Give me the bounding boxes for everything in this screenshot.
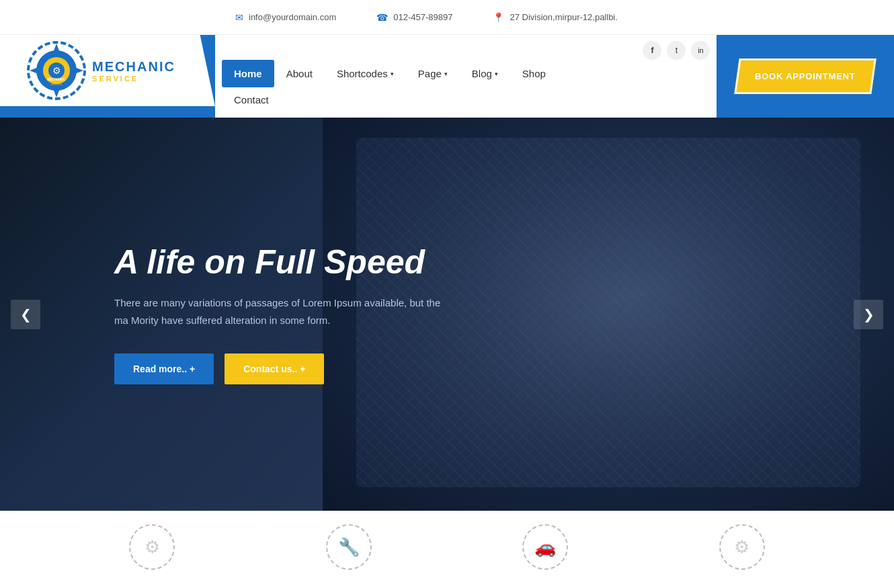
hero-section: ❮ A life on Full Speed There are many va… <box>0 118 894 511</box>
phone-icon: ☎ <box>376 12 388 23</box>
svg-marker-3 <box>53 89 60 97</box>
nav-item-page[interactable]: Page ▾ <box>406 60 460 87</box>
location-icon: 📍 <box>493 12 504 23</box>
nav-item-contact[interactable]: Contact <box>222 89 281 111</box>
book-appointment-button[interactable]: BOOK APPOINTMENT <box>735 58 877 94</box>
carousel-prev-button[interactable]: ❮ <box>11 300 40 329</box>
location-contact: 📍 27 Division,mirpur-12,pallbi. <box>493 12 617 23</box>
logo-title: MECHANIC <box>92 59 175 75</box>
nav-area: f t in Home About Shortcodes ▾ Page ▾ Bl… <box>215 35 717 118</box>
page-chevron: ▾ <box>444 71 448 77</box>
logo-text: MECHANIC SERVICE <box>92 59 175 83</box>
book-btn-container: BOOK APPOINTMENT <box>717 35 894 118</box>
second-nav-row: Contact <box>222 89 717 118</box>
nav-item-shop[interactable]: Shop <box>510 60 558 87</box>
hero-title: A life on Full Speed <box>114 244 444 281</box>
logo-subtitle: SERVICE <box>92 75 175 83</box>
bottom-section: ⚙ 🔧 🚗 ⚙ <box>0 511 894 583</box>
icon-circle-2: 🔧 <box>326 524 372 570</box>
contact-bar: ✉ info@yourdomain.com ☎ 012-457-89897 📍 … <box>229 12 894 23</box>
svg-marker-4 <box>30 67 38 74</box>
svg-text:⚙: ⚙ <box>52 65 61 76</box>
hero-buttons: Read more.. + Contact us.. + <box>114 353 444 384</box>
main-header: MECHANIC SERVICE ⚙ MECHANIC SERVICE f t … <box>0 35 894 118</box>
icon-circle-1: ⚙ <box>129 524 175 570</box>
hero-subtitle: There are many variations of passages of… <box>114 294 444 330</box>
instagram-icon[interactable]: in <box>691 41 710 60</box>
carousel-next-button[interactable]: ❯ <box>854 300 883 329</box>
svg-text:SERVICE: SERVICE <box>50 83 63 86</box>
nav-item-blog[interactable]: Blog ▾ <box>460 60 510 87</box>
social-row: f t in <box>222 38 717 60</box>
icon-circle-4: ⚙ <box>719 524 765 570</box>
main-nav-row: Home About Shortcodes ▾ Page ▾ Blog ▾ Sh… <box>222 60 717 89</box>
svg-text:MECHANIC: MECHANIC <box>48 77 66 81</box>
twitter-icon[interactable]: t <box>667 41 686 60</box>
bottom-icon-3: 🚗 <box>522 524 568 570</box>
phone-text: 012-457-89897 <box>393 12 452 22</box>
bottom-icon-2: 🔧 <box>326 524 372 570</box>
email-icon: ✉ <box>235 12 243 23</box>
bottom-icon-4: ⚙ <box>719 524 765 570</box>
prev-arrow-icon: ❮ <box>20 306 32 323</box>
shortcodes-chevron: ▾ <box>391 71 394 77</box>
phone-contact: ☎ 012-457-89897 <box>376 12 452 23</box>
svg-marker-5 <box>75 67 83 74</box>
email-contact: ✉ info@yourdomain.com <box>235 12 336 23</box>
hero-content: A life on Full Speed There are many vari… <box>0 244 444 385</box>
facebook-icon[interactable]: f <box>643 41 661 60</box>
svg-marker-2 <box>53 44 60 52</box>
contact-us-button[interactable]: Contact us.. + <box>225 353 324 384</box>
nav-item-shortcodes[interactable]: Shortcodes ▾ <box>325 60 406 87</box>
read-more-button[interactable]: Read more.. + <box>114 353 214 384</box>
nav-item-home[interactable]: Home <box>222 60 274 87</box>
icon-circle-3: 🚗 <box>522 524 568 570</box>
bottom-icon-1: ⚙ <box>129 524 175 570</box>
logo-block: MECHANIC SERVICE ⚙ MECHANIC SERVICE <box>0 35 215 118</box>
location-text: 27 Division,mirpur-12,pallbi. <box>510 12 617 22</box>
page-wrapper: ✉ info@yourdomain.com ☎ 012-457-89897 📍 … <box>0 0 894 583</box>
nav-item-about[interactable]: About <box>274 60 325 87</box>
blog-chevron: ▾ <box>495 71 498 77</box>
next-arrow-icon: ❯ <box>863 306 875 323</box>
email-text: info@yourdomain.com <box>249 12 336 22</box>
logo-icon: MECHANIC SERVICE ⚙ <box>26 40 87 101</box>
